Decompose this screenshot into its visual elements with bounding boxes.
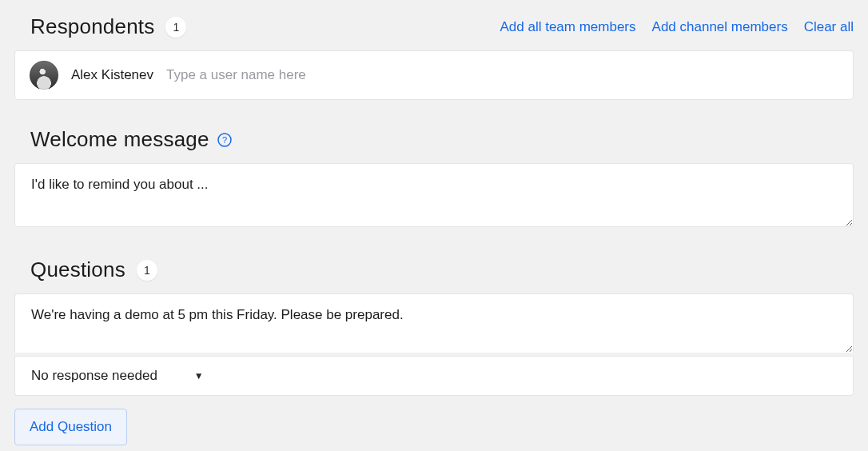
- svg-text:?: ?: [222, 135, 227, 145]
- clear-all-link[interactable]: Clear all: [804, 19, 854, 35]
- respondents-actions: Add all team members Add channel members…: [500, 19, 854, 35]
- avatar: [30, 61, 58, 90]
- question-card: No response needed ▼: [14, 293, 854, 396]
- welcome-message-wrap: [14, 163, 854, 230]
- add-question-button[interactable]: Add Question: [14, 409, 127, 445]
- questions-count-badge: 1: [137, 260, 157, 281]
- respondents-input-box: Alex Kistenev: [14, 50, 854, 100]
- welcome-header: Welcome message ?: [30, 127, 854, 152]
- respondents-header: Respondents 1 Add all team members Add c…: [30, 14, 854, 39]
- respondent-chip[interactable]: Alex Kistenev: [71, 67, 153, 83]
- response-type-value: No response needed: [31, 368, 157, 384]
- response-type-select[interactable]: No response needed ▼: [14, 356, 854, 396]
- help-icon[interactable]: ?: [217, 133, 232, 147]
- add-all-team-link[interactable]: Add all team members: [500, 19, 635, 35]
- questions-header: Questions 1: [30, 257, 854, 282]
- respondents-title: Respondents: [30, 14, 154, 39]
- welcome-title: Welcome message: [30, 127, 209, 152]
- add-channel-link[interactable]: Add channel members: [652, 19, 788, 35]
- respondent-search-input[interactable]: [166, 67, 838, 83]
- question-text-textarea[interactable]: [14, 293, 854, 353]
- questions-title: Questions: [30, 257, 125, 282]
- respondents-count-badge: 1: [165, 17, 186, 38]
- chevron-down-icon: ▼: [194, 370, 204, 381]
- welcome-message-textarea[interactable]: [14, 163, 854, 227]
